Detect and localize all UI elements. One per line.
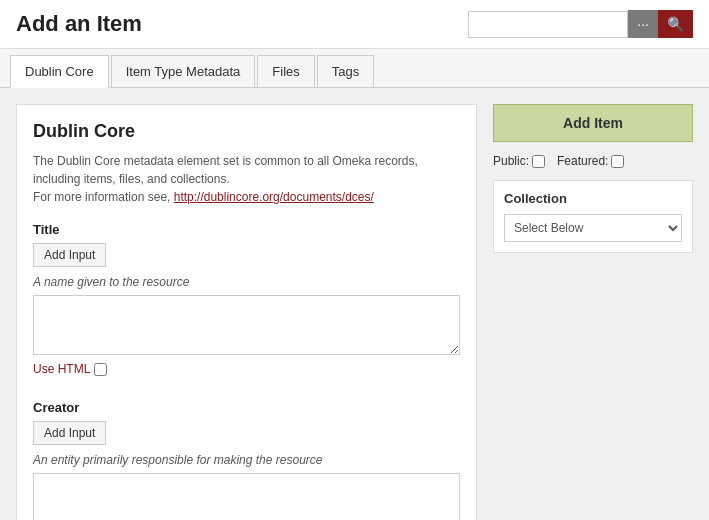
collection-title: Collection	[504, 191, 682, 206]
main-panel: Dublin Core The Dublin Core metadata ele…	[16, 104, 477, 520]
tab-files[interactable]: Files	[257, 55, 314, 87]
title-label: Title	[33, 222, 460, 237]
field-title: Title Add Input A name given to the reso…	[33, 222, 460, 376]
section-title: Dublin Core	[33, 121, 460, 142]
tab-bar: Dublin Core Item Type Metadata Files Tag…	[0, 49, 709, 88]
description-text-2: For more information see,	[33, 190, 174, 204]
add-item-button[interactable]: Add Item	[493, 104, 693, 142]
search-input[interactable]	[468, 11, 628, 38]
public-checkbox[interactable]	[532, 155, 545, 168]
title-description: A name given to the resource	[33, 275, 460, 289]
title-use-html-label: Use HTML	[33, 362, 90, 376]
creator-textarea[interactable]	[33, 473, 460, 520]
search-button[interactable]: 🔍	[658, 10, 693, 38]
page-title: Add an Item	[16, 11, 142, 37]
title-add-input-button[interactable]: Add Input	[33, 243, 106, 267]
creator-description: An entity primarily responsible for maki…	[33, 453, 460, 467]
content-area: Dublin Core The Dublin Core metadata ele…	[0, 88, 709, 520]
title-textarea[interactable]	[33, 295, 460, 355]
description-text-1: The Dublin Core metadata element set is …	[33, 154, 418, 186]
creator-add-input-button[interactable]: Add Input	[33, 421, 106, 445]
tab-item-type-metadata[interactable]: Item Type Metadata	[111, 55, 256, 87]
collection-box: Collection Select Below	[493, 180, 693, 253]
public-label: Public:	[493, 154, 545, 168]
featured-label: Featured:	[557, 154, 624, 168]
featured-checkbox[interactable]	[611, 155, 624, 168]
search-bar: ··· 🔍	[468, 10, 693, 38]
dots-button[interactable]: ···	[628, 10, 658, 38]
collection-select[interactable]: Select Below	[504, 214, 682, 242]
description-link[interactable]: http://dublincore.org/documents/dces/	[174, 190, 374, 204]
tab-dublin-core[interactable]: Dublin Core	[10, 55, 109, 88]
tab-tags[interactable]: Tags	[317, 55, 374, 87]
creator-label: Creator	[33, 400, 460, 415]
public-featured-row: Public: Featured:	[493, 154, 693, 168]
section-description: The Dublin Core metadata element set is …	[33, 152, 460, 206]
field-creator: Creator Add Input An entity primarily re…	[33, 400, 460, 520]
header: Add an Item ··· 🔍	[0, 0, 709, 49]
title-use-html-checkbox[interactable]	[94, 363, 107, 376]
title-use-html: Use HTML	[33, 362, 460, 376]
right-panel: Add Item Public: Featured: Collection Se…	[493, 104, 693, 520]
